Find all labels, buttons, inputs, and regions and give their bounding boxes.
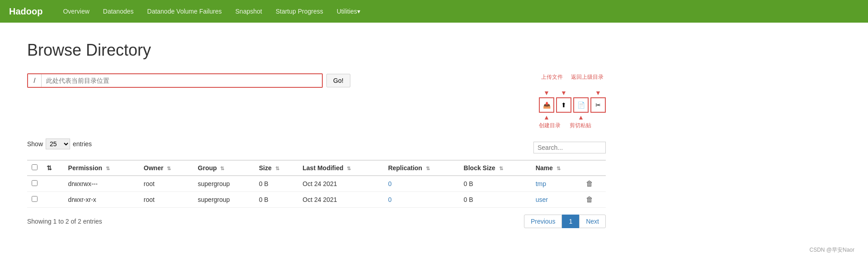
th-owner[interactable]: Owner ⇅ (139, 160, 193, 176)
annotation-cutpaste: 剪切粘贴 (570, 122, 591, 129)
row2-last-modified: Oct 24 2021 (298, 192, 383, 208)
th-block-size[interactable]: Block Size ⇅ (459, 160, 531, 176)
arrow-upload: ▼ (539, 89, 554, 96)
table-controls: Show 10 25 50 100 entries (27, 139, 606, 156)
annotation-createdir: 创建目录 (539, 122, 561, 129)
th-size[interactable]: Size ⇅ (255, 160, 298, 176)
row1-replication-link[interactable]: 0 (388, 180, 392, 187)
entries-label: entries (73, 140, 92, 148)
footer-left: Hadoop, 2020. (0, 246, 868, 263)
upload-file-button[interactable]: 📤 (539, 97, 554, 113)
navbar: Hadoop Overview Datanodes Datanode Volum… (0, 0, 868, 23)
th-name[interactable]: Name ⇅ (531, 160, 582, 176)
row2-group: supergroup (193, 192, 255, 208)
search-box (533, 142, 606, 153)
sort-group-icon: ⇅ (220, 166, 224, 171)
pagination-info: Showing 1 to 2 of 2 entries (27, 218, 102, 225)
current-page-button[interactable]: 1 (562, 215, 579, 228)
arrow-upload2: ▼ (556, 89, 571, 96)
path-bar: / Go! (27, 73, 350, 88)
table-body: drwxrwx--- root supergroup 0 B Oct 24 20… (27, 176, 606, 208)
row1-sort-cell (42, 176, 64, 192)
nav-snapshot[interactable]: Snapshot (229, 0, 269, 23)
row1-name-link[interactable]: tmp (536, 180, 546, 187)
nav-overview[interactable]: Overview (56, 0, 96, 23)
sort-size-icon: ⇅ (275, 166, 279, 171)
sort-owner-icon: ⇅ (167, 166, 171, 171)
row2-delete-icon[interactable]: 🗑 (586, 196, 593, 203)
previous-button[interactable]: Previous (524, 215, 562, 228)
row2-name: user (531, 192, 582, 208)
cut-paste-button[interactable]: ✂ (590, 97, 606, 113)
row1-delete-icon[interactable]: 🗑 (586, 180, 593, 187)
next-button[interactable]: Next (579, 215, 606, 228)
select-all-checkbox[interactable] (32, 164, 38, 170)
toolbar-section: 上传文件 返回上级目录 ▼ ▼ ▼ 📤 ⬆ 📄 (539, 73, 606, 129)
nav-datanodes[interactable]: Datanodes (96, 0, 141, 23)
table-row: drwxrwx--- root supergroup 0 B Oct 24 20… (27, 176, 606, 192)
path-input-wrapper: / (27, 73, 323, 88)
row1-replication: 0 (383, 176, 459, 192)
row2-checkbox-cell (27, 192, 42, 208)
directory-table: ⇅ Permission ⇅ Owner ⇅ Group ⇅ (27, 160, 606, 208)
row1-block-size: 0 B (459, 176, 531, 192)
create-dir-icon: 📄 (577, 101, 585, 109)
nav-utilities[interactable]: Utilities ▾ (330, 0, 367, 23)
sort-name-icon: ⇅ (557, 166, 561, 171)
row1-checkbox[interactable] (32, 180, 38, 186)
table-row: drwxr-xr-x root supergroup 0 B Oct 24 20… (27, 192, 606, 208)
sort-replication-icon: ⇅ (426, 166, 430, 171)
row2-block-size: 0 B (459, 192, 531, 208)
nav-startup-progress[interactable]: Startup Progress (269, 0, 330, 23)
toolbar-buttons: 📤 ⬆ 📄 ✂ (539, 97, 606, 113)
navbar-brand[interactable]: Hadoop (9, 6, 42, 17)
row2-delete-cell: 🗑 (581, 192, 606, 208)
top-annotations: 上传文件 返回上级目录 (539, 73, 606, 81)
row2-owner: root (139, 192, 193, 208)
row2-replication-link[interactable]: 0 (388, 196, 392, 203)
row2-replication: 0 (383, 192, 459, 208)
show-entries: Show 10 25 50 100 entries (27, 139, 92, 149)
row2-sort-cell (42, 192, 64, 208)
create-dir-button[interactable]: 📄 (573, 97, 589, 113)
row1-name: tmp (531, 176, 582, 192)
path-prefix: / (28, 74, 42, 87)
th-group[interactable]: Group ⇅ (193, 160, 255, 176)
table-header-row: ⇅ Permission ⇅ Owner ⇅ Group ⇅ (27, 160, 606, 176)
row1-checkbox-cell (27, 176, 42, 192)
th-action (581, 160, 606, 176)
top-arrows: ▼ ▼ ▼ (539, 89, 606, 96)
arrow-back: ▼ (590, 89, 606, 96)
th-replication[interactable]: Replication ⇅ (383, 160, 459, 176)
annotation-upload: 上传文件 (541, 73, 563, 81)
sort-blocksize-icon: ⇅ (499, 166, 503, 171)
sort-lastmod-icon: ⇅ (347, 166, 351, 171)
entries-select[interactable]: 10 25 50 100 (46, 139, 70, 149)
row2-permission: drwxr-xr-x (64, 192, 139, 208)
show-label: Show (27, 140, 43, 148)
th-checkbox (27, 160, 42, 176)
row1-last-modified: Oct 24 2021 (298, 176, 383, 192)
row2-name-link[interactable]: user (536, 196, 548, 203)
row2-checkbox[interactable] (32, 196, 38, 202)
nav-datanode-volume-failures[interactable]: Datanode Volume Failures (141, 0, 229, 23)
path-input[interactable] (42, 74, 322, 87)
row1-permission: drwxrwx--- (64, 176, 139, 192)
row1-delete-cell: 🗑 (581, 176, 606, 192)
bottom-annotations: 创建目录 剪切粘贴 (539, 122, 606, 129)
sort-permission-icon: ⇅ (106, 166, 110, 171)
upload-arrow-icon: ⬆ (561, 101, 566, 109)
go-button[interactable]: Go! (326, 74, 350, 87)
arrow-cutpaste: ▲ (573, 114, 589, 121)
navbar-nav: Overview Datanodes Datanode Volume Failu… (56, 0, 367, 23)
pagination-section: Showing 1 to 2 of 2 entries Previous 1 N… (27, 215, 606, 228)
th-last-modified[interactable]: Last Modified ⇅ (298, 160, 383, 176)
footer-right-text: CSDN @早安Naor (809, 247, 854, 253)
th-permission[interactable]: Permission ⇅ (64, 160, 139, 176)
search-input[interactable] (533, 142, 606, 153)
arrow-createdir: ▲ (539, 114, 554, 121)
sort-all-icon: ⇅ (47, 164, 52, 172)
upload-file-button-2[interactable]: ⬆ (556, 97, 571, 113)
th-sort[interactable]: ⇅ (42, 160, 64, 176)
annotation-back: 返回上级目录 (571, 73, 604, 81)
